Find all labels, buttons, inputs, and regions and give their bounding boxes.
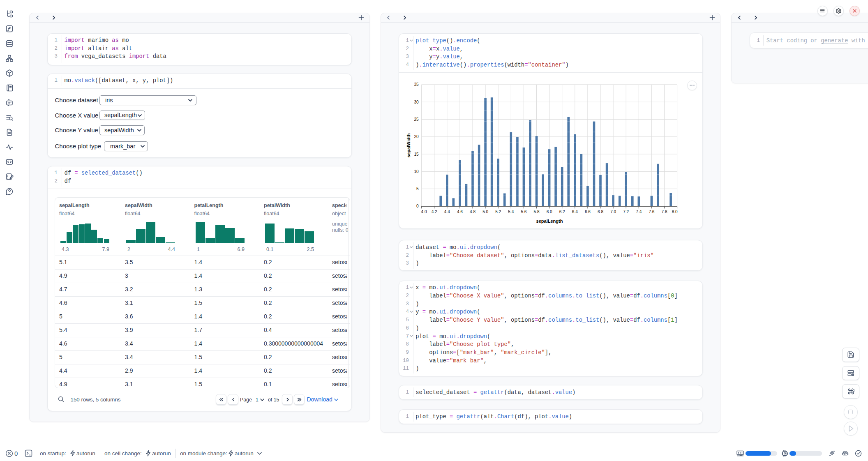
svg-text:25: 25 — [414, 117, 419, 122]
svg-text:5.6: 5.6 — [521, 210, 526, 214]
svg-text:7.6: 7.6 — [649, 210, 654, 214]
svg-text:5.4: 5.4 — [508, 210, 514, 214]
svg-text:4.4: 4.4 — [444, 210, 450, 214]
svg-text:6.0: 6.0 — [547, 210, 552, 214]
svg-text:5.0: 5.0 — [482, 210, 488, 214]
svg-text:6.4: 6.4 — [572, 210, 578, 214]
svg-text:7.4: 7.4 — [636, 210, 642, 214]
svg-text:4.2: 4.2 — [432, 210, 437, 214]
svg-text:30: 30 — [414, 100, 419, 104]
svg-text:10: 10 — [414, 169, 419, 174]
svg-text:7.0: 7.0 — [610, 210, 616, 214]
svg-text:5.2: 5.2 — [495, 210, 501, 214]
svg-text:4.0: 4.0 — [421, 210, 427, 214]
svg-text:35: 35 — [414, 82, 419, 87]
svg-text:6.6: 6.6 — [585, 210, 591, 214]
svg-text:sepalWidth: sepalWidth — [406, 133, 411, 157]
svg-text:7.8: 7.8 — [662, 210, 667, 214]
svg-text:7.2: 7.2 — [623, 210, 629, 214]
svg-text:0: 0 — [416, 204, 419, 208]
svg-text:20: 20 — [414, 134, 419, 139]
svg-text:4.6: 4.6 — [457, 210, 463, 214]
svg-text:6.8: 6.8 — [598, 210, 603, 214]
svg-text:4.8: 4.8 — [470, 210, 476, 214]
svg-text:5: 5 — [416, 187, 419, 191]
svg-text:6.2: 6.2 — [559, 210, 565, 214]
svg-text:15: 15 — [414, 152, 419, 157]
svg-text:8.0: 8.0 — [672, 210, 678, 214]
svg-text:sepalLength: sepalLength — [536, 219, 563, 224]
svg-text:5.8: 5.8 — [534, 210, 540, 214]
